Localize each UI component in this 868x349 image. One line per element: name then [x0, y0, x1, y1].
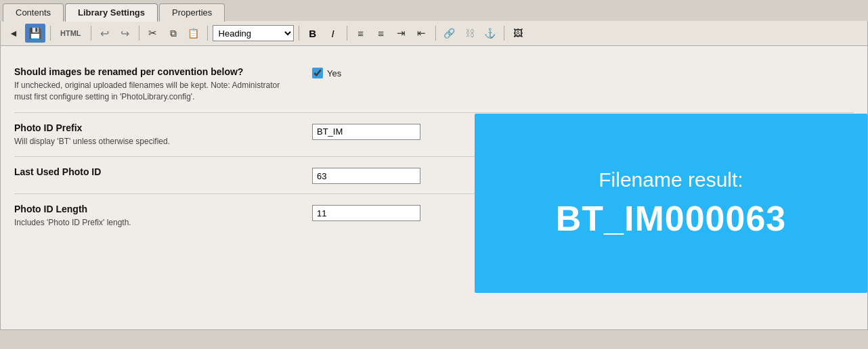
undo-icon: ↩ — [100, 27, 109, 40]
save-icon: 💾 — [28, 27, 42, 40]
ul-button[interactable]: ≡ — [352, 24, 370, 42]
prefix-label-col: Photo ID Prefix Will display 'BT' unless… — [14, 122, 312, 147]
rename-section: Should images be renamed per convention … — [14, 57, 854, 113]
redo-icon: ↪ — [121, 27, 129, 40]
ol-button[interactable]: ≡ — [372, 24, 390, 42]
prefix-control — [312, 122, 420, 140]
undo-button[interactable]: ↩ — [96, 24, 114, 42]
bold-button[interactable]: B — [304, 24, 322, 42]
italic-button[interactable]: I — [324, 24, 342, 42]
rename-checkbox-wrap: Yes — [312, 68, 341, 78]
last-id-input[interactable] — [312, 168, 420, 184]
rename-label-col: Should images be renamed per convention … — [14, 66, 312, 103]
image-button[interactable]: 🖼 — [509, 24, 527, 42]
separator-5 — [299, 26, 299, 41]
indent-button[interactable]: ⇥ — [393, 24, 410, 42]
ul-icon: ≡ — [357, 28, 364, 39]
content-area: Should images be renamed per convention … — [0, 46, 868, 330]
rename-checkbox[interactable] — [312, 68, 323, 78]
tab-properties[interactable]: Properties — [159, 3, 225, 22]
rename-desc: If unchecked, original uploaded filename… — [14, 80, 285, 103]
indent-icon: ⇥ — [397, 27, 406, 39]
separator-8 — [504, 26, 504, 41]
separator-7 — [435, 26, 436, 41]
html-button[interactable]: HTML — [56, 27, 86, 39]
cut-button[interactable]: ✂ — [144, 24, 162, 42]
last-id-title: Last Used Photo ID — [14, 166, 312, 177]
separator-2 — [91, 26, 91, 41]
filename-result-label: Filename result: — [599, 168, 743, 191]
paste-icon: 📋 — [188, 28, 199, 39]
format-select[interactable]: Heading Normal H1 H2 H3 H4 — [213, 25, 294, 41]
id-length-control — [312, 204, 420, 221]
rename-checkbox-label: Yes — [327, 68, 341, 78]
tab-contents[interactable]: Contents — [3, 3, 64, 22]
toolbar: ◄ 💾 HTML ↩ ↪ ✂ ⧉ 📋 Heading Normal H1 H2 … — [0, 21, 868, 46]
link-button[interactable]: 🔗 — [441, 24, 458, 42]
outdent-icon: ⇤ — [417, 27, 426, 39]
ol-icon: ≡ — [378, 28, 384, 39]
prefix-input[interactable] — [312, 124, 420, 140]
copy-button[interactable]: ⧉ — [165, 24, 182, 42]
unlink-icon: ⛓ — [465, 28, 475, 39]
filename-overlay: Filename result: BT_IM000063 — [475, 114, 867, 293]
separator-4 — [207, 26, 208, 41]
unlink-button[interactable]: ⛓ — [461, 24, 479, 42]
prefix-title: Photo ID Prefix — [14, 122, 312, 133]
image-icon: 🖼 — [513, 28, 523, 39]
id-length-label-col: Photo ID Length Includes 'Photo ID Prefi… — [14, 204, 312, 229]
tab-bar: Contents Library Settings Properties — [0, 0, 868, 21]
prefix-desc: Will display 'BT' unless otherwise speci… — [14, 136, 285, 147]
filename-result-value: BT_IM000063 — [556, 198, 787, 239]
separator-3 — [139, 26, 139, 41]
copy-icon: ⧉ — [170, 28, 177, 39]
back-button[interactable]: ◄ — [5, 24, 22, 42]
rename-title: Should images be renamed per convention … — [14, 66, 312, 77]
anchor-icon: ⚓ — [484, 28, 496, 39]
link-icon: 🔗 — [443, 28, 455, 39]
save-button[interactable]: 💾 — [25, 24, 45, 43]
id-length-desc: Includes 'Photo ID Prefix' length. — [14, 217, 285, 229]
id-length-title: Photo ID Length — [14, 204, 312, 214]
tab-library-settings[interactable]: Library Settings — [65, 3, 158, 22]
last-id-label-col: Last Used Photo ID — [14, 166, 312, 180]
outdent-button[interactable]: ⇤ — [413, 24, 431, 42]
separator-6 — [347, 26, 347, 41]
separator-1 — [50, 26, 51, 41]
anchor-button[interactable]: ⚓ — [481, 24, 499, 42]
back-icon: ◄ — [9, 28, 18, 39]
paste-button[interactable]: 📋 — [185, 24, 202, 42]
rename-control: Yes — [312, 66, 341, 78]
cut-icon: ✂ — [148, 27, 157, 39]
id-length-input[interactable] — [312, 205, 420, 221]
redo-button[interactable]: ↪ — [116, 24, 134, 42]
last-id-control — [312, 166, 420, 184]
